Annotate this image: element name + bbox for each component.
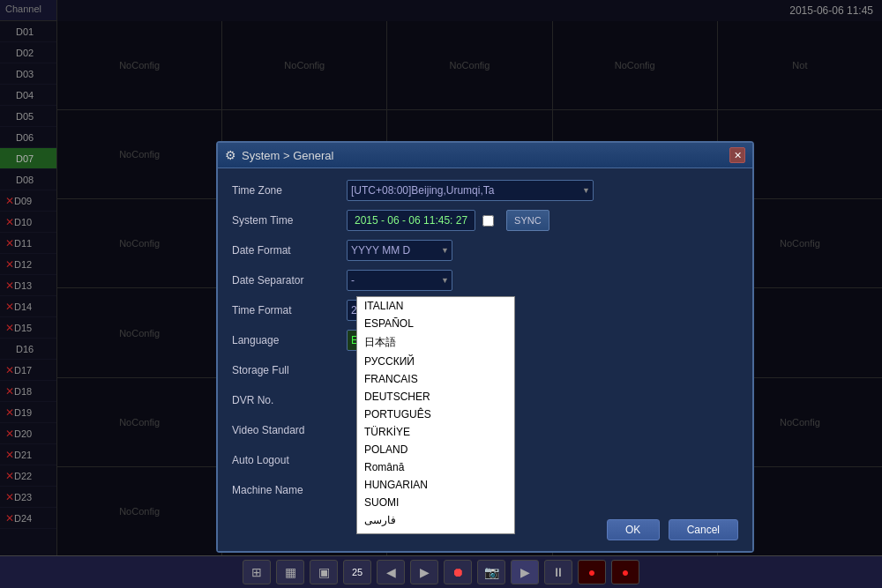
taskbar: ⊞ ▦ ▣ 25 ◀ ▶ ⏺ 📷 ▶ ⏸ ● ● <box>0 555 882 588</box>
dialog-titlebar: ⚙ System > General ✕ <box>218 143 752 168</box>
cancel-button[interactable]: Cancel <box>669 519 738 540</box>
lang-item-francais[interactable]: FRANCAIS <box>357 370 514 388</box>
date-format-row: Date Format YYYY MM D <box>232 239 738 262</box>
lang-item-portugues[interactable]: PORTUGUÊS <box>357 406 514 423</box>
system-time-label: System Time <box>232 214 347 227</box>
storage-full-label: Storage Full <box>232 364 347 376</box>
taskbar-btn-25[interactable]: 25 <box>343 560 371 584</box>
lang-item-russian[interactable]: РУССКИЙ <box>357 353 514 370</box>
language-dropdown[interactable]: ITALIAN ESPAÑOL 日本語 РУССКИЙ FRANCAIS DEU… <box>356 296 515 534</box>
taskbar-btn-record[interactable]: ⏺ <box>444 560 472 584</box>
time-zone-select-wrapper[interactable]: [UTC+08:00]Beijing,Urumqi,Ta <box>347 180 594 201</box>
time-format-label: Time Format <box>232 304 347 316</box>
taskbar-btn-red-dot1[interactable]: ● <box>578 560 606 584</box>
date-format-label: Date Format <box>232 244 347 257</box>
lang-item-hungarian[interactable]: HUNGARIAN <box>357 476 514 494</box>
machine-name-label: Machine Name <box>232 484 347 496</box>
dvr-no-label: DVR No. <box>232 394 347 406</box>
date-separator-select-wrapper[interactable]: - <box>347 270 452 291</box>
taskbar-btn-camera[interactable]: 📷 <box>477 560 505 584</box>
video-standard-label: Video Standard <box>232 424 347 436</box>
dialog-title: System > General <box>242 149 333 162</box>
taskbar-btn-prev[interactable]: ◀ <box>377 560 405 584</box>
system-time-display: 2015 - 06 - 06 11:45: 27 <box>347 210 475 231</box>
dialog-settings-icon: ⚙ <box>225 148 236 162</box>
ok-button[interactable]: OK <box>607 519 660 540</box>
lang-item-romana[interactable]: Română <box>357 458 514 476</box>
lang-item-italian[interactable]: ITALIAN <box>357 297 514 315</box>
date-separator-select[interactable]: - <box>347 270 452 291</box>
lang-item-deutscher[interactable]: DEUTSCHER <box>357 388 514 406</box>
lang-item-poland[interactable]: POLAND <box>357 441 514 458</box>
lang-item-suomi[interactable]: SUOMI <box>357 494 514 511</box>
sync-button[interactable]: SYNC <box>506 210 549 231</box>
lang-item-japanese[interactable]: 日本語 <box>357 332 514 353</box>
lang-item-thai[interactable]: ไทย <box>357 529 514 534</box>
taskbar-btn-grid[interactable]: ⊞ <box>243 560 271 584</box>
time-zone-label: Time Zone <box>232 184 347 197</box>
sync-checkbox[interactable] <box>482 215 494 227</box>
taskbar-btn-next[interactable]: ▶ <box>410 560 438 584</box>
language-label: Language <box>232 334 347 346</box>
system-time-row: System Time 2015 - 06 - 06 11:45: 27 SYN… <box>232 209 738 232</box>
lang-item-farsi[interactable]: فارسى <box>357 511 514 529</box>
date-separator-label: Date Separator <box>232 274 347 287</box>
date-separator-row: Date Separator - <box>232 269 738 292</box>
time-zone-row: Time Zone [UTC+08:00]Beijing,Urumqi,Ta <box>232 179 738 202</box>
auto-logout-label: Auto Logout <box>232 454 347 466</box>
lang-item-espanol[interactable]: ESPAÑOL <box>357 315 514 332</box>
time-zone-select[interactable]: [UTC+08:00]Beijing,Urumqi,Ta <box>347 180 594 201</box>
taskbar-btn-pause[interactable]: ⏸ <box>544 560 572 584</box>
taskbar-btn-single[interactable]: ▣ <box>310 560 338 584</box>
dvr-screen: Channel D01 D02 D03 D04 D05 D06 D07 D08 … <box>0 0 882 588</box>
taskbar-btn-play[interactable]: ▶ <box>511 560 539 584</box>
dialog-close-button[interactable]: ✕ <box>729 147 745 163</box>
date-format-select-wrapper[interactable]: YYYY MM D <box>347 240 452 261</box>
lang-item-turkiye[interactable]: TÜRKİYE <box>357 423 514 441</box>
taskbar-btn-quad[interactable]: ▦ <box>276 560 304 584</box>
date-format-select[interactable]: YYYY MM D <box>347 240 452 261</box>
taskbar-btn-red-dot2[interactable]: ● <box>611 560 639 584</box>
